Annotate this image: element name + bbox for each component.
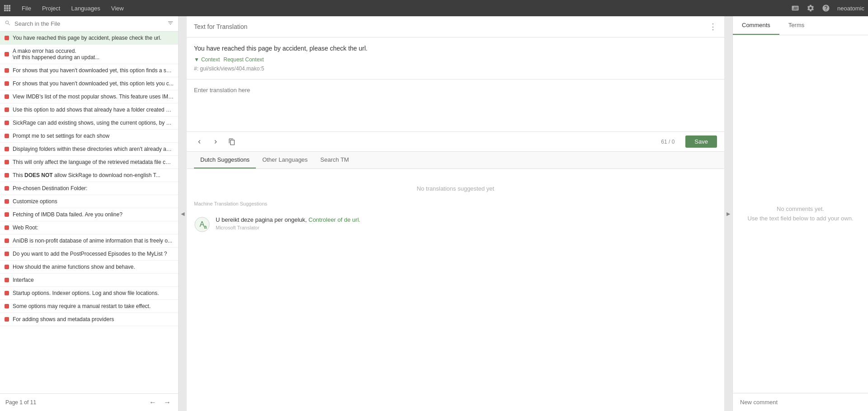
sidebar-list-item[interactable]: Prompt me to set settings for each show [0,130,178,143]
menu-languages[interactable]: Languages [66,0,105,16]
item-text: Interface [13,277,34,283]
tab-other-languages[interactable]: Other Languages [256,152,314,168]
filter-icon[interactable] [167,20,174,28]
sidebar-list-item[interactable]: For shows that you haven't downloaded ye… [0,77,178,90]
item-text: Do you want to add the PostProcessed Epi… [13,251,167,257]
svg-rect-6 [4,9,6,11]
item-status-dot [5,147,9,151]
translation-input[interactable] [194,87,717,123]
sidebar-list-item[interactable]: This DOES NOT allow SickRage to download… [0,169,178,182]
prev-string-button[interactable] [194,136,205,147]
mt-text-block: U bereikt deze pagina per ongeluk, Contr… [216,216,360,230]
sidebar-list-item[interactable]: Web Root: [0,221,178,234]
menu-bar: File Project Languages View neoatomic [0,0,868,16]
sidebar-list-item[interactable]: Use this option to add shows that alread… [0,103,178,117]
item-status-dot [5,199,9,204]
sidebar-list-item[interactable]: Displaying folders within these director… [0,143,178,156]
copy-source-button[interactable] [226,136,237,147]
sidebar-list-item[interactable]: This will only affect the language of th… [0,156,178,169]
new-comment-area [733,393,868,411]
item-text: Customize options [13,198,57,205]
sidebar-list-item[interactable]: Fetching of IMDB Data failed. Are you on… [0,208,178,221]
item-status-dot [5,278,9,282]
sidebar-list-item[interactable]: You have reached this page by accident, … [0,32,178,45]
svg-rect-3 [4,7,6,9]
svg-rect-0 [4,5,6,7]
context-label[interactable]: ▼ Context [194,56,220,63]
item-status-dot [5,94,9,99]
item-text: You have reached this page by accident, … [13,35,161,41]
sidebar-footer: Page 1 of 11 ← → [0,393,178,411]
item-status-dot [5,52,9,56]
tab-search-tm[interactable]: Search TM [314,152,355,168]
tab-dutch-suggestions[interactable]: Dutch Suggestions [194,152,256,168]
item-status-dot [5,68,9,73]
item-text: For shows that you haven't downloaded ye… [13,80,174,87]
next-string-button[interactable] [210,136,221,147]
mt-suggestion-text: U bereikt deze pagina per ongeluk, Contr… [216,216,360,223]
right-collapse-arrow[interactable]: ▶ [724,16,732,411]
item-status-dot [5,160,9,164]
item-text: View IMDB's list of the most popular sho… [13,93,174,100]
sidebar-list-item[interactable]: Some options may require a manual restar… [0,300,178,313]
sidebar-list-item[interactable]: For adding shows and metadata providers [0,313,178,326]
mt-suggestion[interactable]: A a U bereikt deze pagina per ongeluk, C… [194,212,717,237]
help-icon[interactable] [822,4,830,12]
context-file: #: gui/slick/views/404.mako:5 [194,65,717,72]
tab-comments[interactable]: Comments [733,16,779,35]
item-status-dot [5,304,9,308]
sidebar-list-item[interactable]: View IMDB's list of the most popular sho… [0,90,178,103]
sidebar-list-item[interactable]: Pre-chosen Destination Folder: [0,182,178,195]
center-panel: Text for Translation ⋮ You have reached … [187,16,724,411]
item-text: How should the anime functions show and … [13,264,135,270]
svg-rect-4 [6,7,8,9]
sidebar-list-item[interactable]: Startup options. Indexer options. Log an… [0,287,178,300]
item-text: For shows that you haven't downloaded ye… [13,67,174,74]
save-button[interactable]: Save [685,135,717,148]
menu-file[interactable]: File [16,0,37,16]
sidebar-list-item[interactable]: AniDB is non-profit database of anime in… [0,234,178,248]
more-options-icon[interactable]: ⋮ [709,22,717,32]
sidebar-list-item[interactable]: SickRage can add existing shows, using t… [0,117,178,130]
item-text: A mako error has occured.\nIf this happe… [13,48,99,61]
sidebar-list: You have reached this page by accident, … [0,32,178,393]
sidebar-list-item[interactable]: How should the anime functions show and … [0,261,178,274]
item-text: This DOES NOT allow SickRage to download… [13,172,160,178]
item-text: Pre-chosen Destination Folder: [13,185,87,191]
item-status-dot [5,81,9,86]
tab-terms[interactable]: Terms [779,16,813,35]
settings-icon[interactable] [807,4,815,12]
sidebar-list-item[interactable]: A mako error has occured.\nIf this happe… [0,45,178,64]
no-comments-text: No comments yet. Use the text field belo… [747,205,853,224]
sidebar-list-item[interactable]: Do you want to add the PostProcessed Epi… [0,248,178,261]
center-header: Text for Translation ⋮ [187,16,724,37]
sidebar-list-item[interactable]: Customize options [0,195,178,208]
prev-page-button[interactable]: ← [147,397,158,407]
item-status-dot [5,238,9,243]
svg-rect-7 [6,9,8,11]
new-comment-input[interactable] [740,399,861,406]
item-status-dot [5,107,9,112]
search-input[interactable] [14,20,164,27]
menu-project[interactable]: Project [37,0,66,16]
left-collapse-arrow[interactable]: ◀ [179,16,187,411]
item-text: Startup options. Indexer options. Log an… [13,290,159,296]
sidebar-list-item[interactable]: For shows that you haven't downloaded ye… [0,64,178,77]
next-page-button[interactable]: → [162,397,173,407]
svg-rect-1 [6,5,8,7]
char-counter: 61 / 0 [661,139,675,145]
keyboard-icon[interactable] [791,4,799,12]
suggestions-content: No translations suggested yet Machine Tr… [187,169,724,411]
mt-source: Microsoft Translator [216,225,360,230]
page-info: Page 1 of 11 [5,399,36,406]
item-text: Web Root: [13,224,38,231]
sidebar-list-item[interactable]: Interface [0,274,178,287]
grid-icon[interactable] [4,5,11,12]
source-text: You have reached this page by accident, … [194,45,717,52]
menu-view[interactable]: View [106,0,129,16]
request-context-link[interactable]: Request Context [223,56,264,63]
item-status-dot [5,121,9,125]
item-status-dot [5,36,9,40]
right-panel: Comments Terms No comments yet. Use the … [732,16,868,411]
item-status-dot [5,252,9,256]
